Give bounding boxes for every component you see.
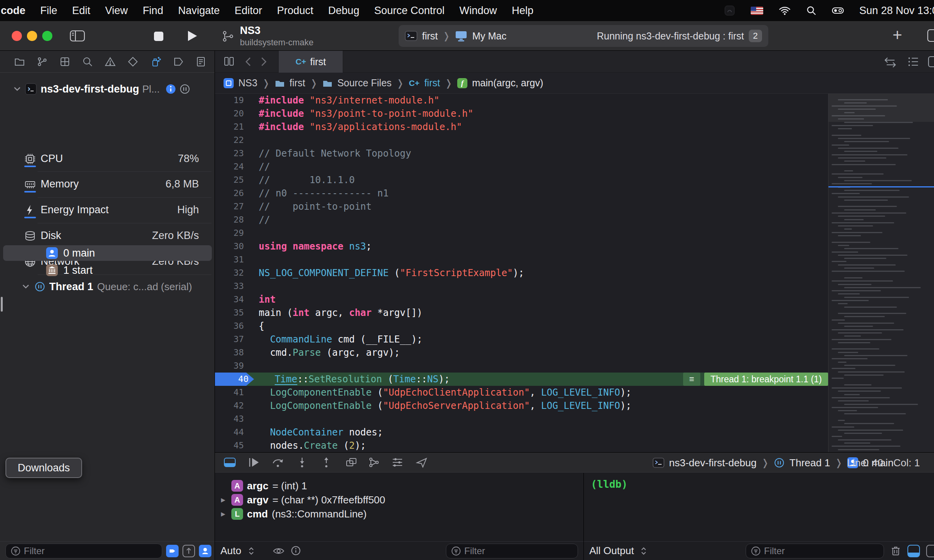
filter-user-icon[interactable]	[199, 545, 211, 557]
code-line[interactable]: 24//	[215, 160, 828, 173]
menu-item[interactable]: Navigate	[171, 5, 227, 17]
gauge-cpu[interactable]: CPU 78%	[0, 146, 215, 171]
test-navigator-icon[interactable]	[127, 56, 138, 67]
report-navigator-icon[interactable]	[195, 56, 206, 67]
variable-row[interactable]: ▸ A argv = (char **) 0x7ffeefbff500	[219, 493, 385, 506]
code-line[interactable]: 33	[215, 280, 828, 293]
menu-extra-icon[interactable]	[724, 5, 735, 16]
fullscreen-window-button[interactable]	[42, 31, 52, 41]
chevron-down-icon[interactable]	[22, 284, 30, 289]
project-navigator-icon[interactable]	[14, 56, 25, 67]
close-window-button[interactable]	[12, 31, 22, 41]
stack-frame-row[interactable]: 1 start	[3, 262, 212, 278]
line-number[interactable]: 44	[215, 426, 249, 439]
gauge-disk[interactable]: Disk Zero KB/s	[0, 223, 215, 248]
code-line[interactable]: 36{	[215, 319, 828, 333]
console-filter-field[interactable]	[746, 544, 884, 558]
line-number[interactable]: 43	[215, 412, 249, 426]
source-control-navigator-icon[interactable]	[37, 56, 48, 67]
downloads-button[interactable]: Downloads	[5, 458, 82, 478]
breakpoint-marker[interactable]: 40	[215, 373, 254, 386]
variables-filter-input[interactable]	[464, 546, 558, 556]
line-number[interactable]: 33	[215, 280, 249, 293]
code-line[interactable]: 41 LogComponentEnable ("UdpEchoClientApp…	[215, 386, 828, 399]
line-number[interactable]: 22	[215, 134, 249, 147]
filter-breakpoints-icon[interactable]	[166, 545, 179, 557]
thread-row[interactable]: Thread 1 Queue: c...ad (serial)	[0, 278, 215, 295]
clear-console-icon[interactable]	[890, 546, 901, 556]
menu-item[interactable]: Debug	[321, 5, 367, 17]
breakpoint-actions-icon[interactable]: ≡	[683, 373, 700, 386]
code-line[interactable]: 25// 10.1.1.0	[215, 173, 828, 187]
toggle-debug-area-icon[interactable]	[224, 457, 236, 468]
gauge-memory[interactable]: Memory 6,8 MB	[0, 172, 215, 197]
line-number[interactable]: 34	[215, 293, 249, 306]
line-number[interactable]: 19	[215, 94, 249, 107]
scheme-target[interactable]: first	[422, 30, 438, 42]
line-number[interactable]: 39	[215, 359, 249, 373]
line-number[interactable]: 23	[215, 147, 249, 160]
code-line[interactable]: 44 NodeContainer nodes;	[215, 426, 828, 439]
output-selector[interactable]: All Output	[589, 545, 634, 557]
run-destination[interactable]: My Mac	[472, 30, 506, 42]
menu-item[interactable]: Editor	[227, 5, 270, 17]
line-number[interactable]: 27	[215, 200, 249, 213]
disclosure-icon[interactable]: ▸	[219, 509, 227, 519]
menu-item[interactable]: Product	[270, 5, 321, 17]
breadcrumb-item[interactable]: ns3-dev-first-debug	[669, 457, 757, 469]
menu-item[interactable]: Help	[505, 5, 541, 17]
line-number[interactable]: 24	[215, 160, 249, 173]
line-number[interactable]: 31	[215, 253, 249, 266]
code-line[interactable]: 39	[215, 359, 828, 373]
disclosure-icon[interactable]: ▸	[219, 495, 227, 505]
code-line[interactable]: 45 nodes.Create (2);	[215, 439, 828, 452]
scope-selector[interactable]: Auto	[220, 545, 242, 557]
toggle-variables-view-icon[interactable]	[907, 545, 920, 557]
code-line[interactable]: 30using namespace ns3;	[215, 240, 828, 253]
code-line[interactable]: 42 LogComponentEnable ("UdpEchoServerApp…	[215, 399, 828, 412]
view-hierarchy-icon[interactable]	[345, 457, 357, 468]
line-number[interactable]: 29	[215, 226, 249, 240]
menu-item[interactable]: File	[33, 5, 65, 17]
menu-app[interactable]: code	[0, 5, 33, 17]
issue-navigator-icon[interactable]	[105, 56, 116, 67]
menu-item[interactable]: Window	[452, 5, 505, 17]
control-center-icon[interactable]	[832, 5, 844, 16]
variable-row[interactable]: ▸ L cmd (ns3::CommandLine)	[219, 507, 367, 521]
chevron-down-icon[interactable]	[13, 86, 21, 92]
updown-chevron-icon[interactable]	[640, 546, 647, 556]
adjust-editor-icon[interactable]	[907, 56, 919, 68]
breadcrumb-item[interactable]: Source Files	[337, 77, 392, 89]
line-number[interactable]: 41	[215, 386, 249, 399]
info-icon[interactable]	[165, 84, 176, 95]
code-line[interactable]: 35main (int argc, char *argv[])	[215, 306, 828, 319]
step-into-icon[interactable]	[296, 457, 308, 468]
code-line[interactable]: 29	[215, 226, 828, 240]
line-number[interactable]: 36	[215, 319, 249, 333]
stack-frame-row[interactable]: 0 main	[3, 245, 212, 261]
add-editor-icon[interactable]	[928, 56, 934, 68]
project-icon[interactable]	[224, 78, 234, 88]
line-number[interactable]: 32	[215, 266, 249, 280]
step-over-icon[interactable]	[272, 457, 284, 468]
menu-item[interactable]: Edit	[65, 5, 98, 17]
code-line[interactable]: 20#include "ns3/point-to-point-module.h"	[215, 107, 828, 120]
input-source-flag-icon[interactable]	[751, 7, 763, 15]
scheme-activity-bar[interactable]: first ❭ My Mac Running ns3-dev-first-deb…	[399, 25, 768, 47]
back-icon[interactable]	[245, 57, 252, 67]
debug-navigator-icon[interactable]	[150, 56, 161, 67]
menu-clock[interactable]: Sun 28 Nov 13:0	[859, 5, 934, 17]
find-navigator-icon[interactable]	[82, 56, 93, 67]
line-number[interactable]: 28	[215, 213, 249, 226]
project-header[interactable]: NS3 buildsystem-cmake	[240, 25, 313, 47]
line-number[interactable]: 35	[215, 306, 249, 319]
updown-chevron-icon[interactable]	[248, 546, 255, 556]
line-number[interactable]: 38	[215, 346, 249, 359]
wifi-icon[interactable]	[779, 6, 791, 15]
code-line[interactable]: 32NS_LOG_COMPONENT_DEFINE ("FirstScriptE…	[215, 266, 828, 280]
info-icon[interactable]	[291, 546, 301, 556]
breakpoint-annotation[interactable]: Thread 1: breakpoint 1.1 (1)	[704, 373, 828, 386]
code-line[interactable]: 37 CommandLine cmd (__FILE__);	[215, 333, 828, 346]
code-line[interactable]: 22	[215, 134, 828, 147]
menu-item[interactable]: Find	[135, 5, 171, 17]
